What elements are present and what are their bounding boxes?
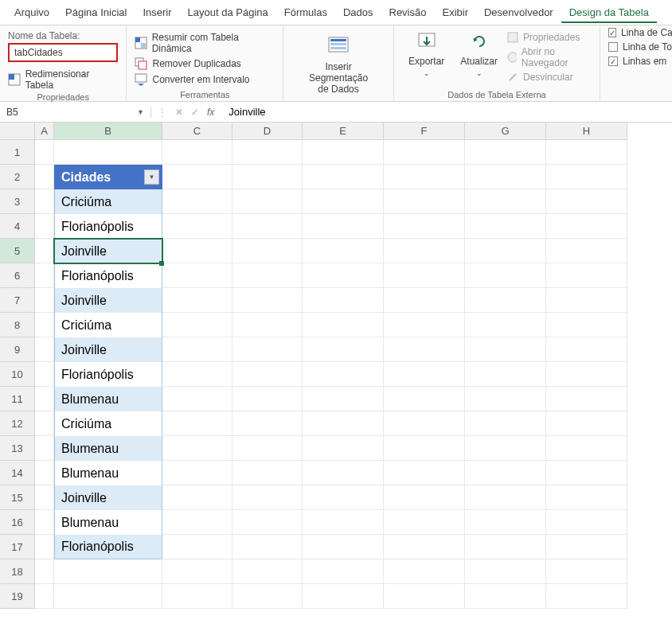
table-data-cell[interactable]: Joinville xyxy=(54,288,162,313)
column-header[interactable]: A xyxy=(35,123,54,140)
export-button[interactable]: Exportar⌄ xyxy=(402,30,451,84)
table-data-cell[interactable]: Blumenau xyxy=(54,387,162,411)
resize-table-button[interactable]: Redimensionar Tabela xyxy=(8,68,118,91)
row-header[interactable]: 9 xyxy=(0,337,35,362)
row-header[interactable]: 18 xyxy=(0,559,35,584)
row-header[interactable]: 3 xyxy=(0,189,35,214)
column-header[interactable]: C xyxy=(162,123,232,140)
option-total-label: Linha de To xyxy=(623,41,672,53)
dedupe-label: Remover Duplicadas xyxy=(152,58,240,69)
checkbox-icon xyxy=(608,42,618,52)
row-headers: 12345678910111213141516171819 xyxy=(0,140,35,609)
option-banded-rows[interactable]: ✓Linhas em xyxy=(608,54,672,68)
row-header[interactable]: 19 xyxy=(0,584,35,609)
ribbon-group-tools: Resumir com Tabela Dinâmica Remover Dupl… xyxy=(127,25,283,101)
name-box[interactable]: B5 ▼ xyxy=(0,107,151,118)
table-data-cell[interactable]: Blumenau xyxy=(54,461,162,485)
row-header[interactable]: 10 xyxy=(0,362,35,387)
accept-icon[interactable]: ✓ xyxy=(191,107,199,118)
table-data-cell[interactable]: Florianópolis xyxy=(54,263,162,288)
export-label: Exportar xyxy=(408,56,444,67)
fx-icon[interactable]: fx xyxy=(207,107,214,118)
remove-duplicates-button[interactable]: Remover Duplicadas xyxy=(135,56,275,72)
menu-item[interactable]: Design da Tabela xyxy=(561,3,657,23)
column-header[interactable]: H xyxy=(546,123,627,140)
row-header[interactable]: 8 xyxy=(0,313,35,337)
ribbon-group-options: ✓Linha de Ca Linha de To ✓Linhas em xyxy=(600,25,672,101)
row-header[interactable]: 2 xyxy=(0,165,35,189)
cancel-icon[interactable]: ✕ xyxy=(175,107,183,118)
column-header[interactable]: B xyxy=(54,123,162,140)
ext-properties-button: Propriedades xyxy=(507,30,592,45)
option-total-row[interactable]: Linha de To xyxy=(608,40,672,54)
column-header[interactable]: D xyxy=(232,123,303,140)
ribbon-group-external: Exportar⌄ Atualizar⌄ Propriedades Abrir … xyxy=(394,25,600,101)
row-header[interactable]: 7 xyxy=(0,288,35,313)
filter-dropdown-button[interactable]: ▼ xyxy=(144,169,159,185)
menu-item[interactable]: Arquivo xyxy=(6,3,57,23)
ext-unlink-button: Desvincular xyxy=(507,70,592,84)
column-header[interactable]: G xyxy=(465,123,546,140)
row-header[interactable]: 6 xyxy=(0,263,35,288)
table-data-cell[interactable]: Criciúma xyxy=(54,313,162,337)
row-header[interactable]: 4 xyxy=(0,214,35,239)
select-all-corner[interactable] xyxy=(0,123,35,140)
table-header-cell[interactable]: Cidades▼ xyxy=(54,165,162,189)
row-header[interactable]: 17 xyxy=(0,535,35,559)
table-data-cell[interactable]: Joinville xyxy=(54,337,162,362)
table-data-cell[interactable]: Blumenau xyxy=(54,436,162,461)
row-header[interactable]: 5 xyxy=(0,239,35,263)
table-data-cell[interactable]: Criciúma xyxy=(54,411,162,436)
ext-unlink-label: Desvincular xyxy=(523,72,573,83)
pivot-table-button[interactable]: Resumir com Tabela Dinâmica xyxy=(135,30,275,56)
table-data-cell[interactable]: Blumenau xyxy=(54,510,162,535)
unlink-icon xyxy=(507,72,518,83)
column-header[interactable]: E xyxy=(303,123,384,140)
table-name-label: Nome da Tabela: xyxy=(8,30,118,41)
spreadsheet-grid: ABCDEFGH 12345678910111213141516171819 C… xyxy=(0,123,672,609)
table-data-cell[interactable]: Florianópolis xyxy=(54,535,162,559)
svg-rect-4 xyxy=(141,43,146,48)
menu-item[interactable]: Inserir xyxy=(135,3,179,23)
menu-item[interactable]: Dados xyxy=(335,3,381,23)
row-header[interactable]: 15 xyxy=(0,485,35,510)
browser-icon xyxy=(507,52,517,63)
pivot-icon xyxy=(135,37,147,49)
menu-item[interactable]: Desenvolvedor xyxy=(476,3,561,23)
menu-item[interactable]: Layout da Página xyxy=(180,3,276,23)
properties-icon xyxy=(507,32,518,43)
row-header[interactable]: 16 xyxy=(0,510,35,535)
column-header[interactable]: F xyxy=(384,123,465,140)
slicer-icon xyxy=(327,36,350,58)
row-header[interactable]: 12 xyxy=(0,411,35,436)
resize-icon xyxy=(8,73,21,86)
cells-area[interactable]: Cidades▼CriciúmaFlorianópolisJoinvilleFl… xyxy=(35,140,627,609)
svg-rect-9 xyxy=(330,39,346,41)
insert-slicer-button[interactable]: Inserir Segmentaçãode Dados xyxy=(291,36,385,95)
chevron-down-icon[interactable]: ▼ xyxy=(137,108,144,116)
menu-item[interactable]: Revisão xyxy=(381,3,435,23)
svg-rect-7 xyxy=(135,74,147,82)
menu-item[interactable]: Fórmulas xyxy=(276,3,335,23)
table-header-label: Cidades xyxy=(61,170,111,185)
ext-properties-label: Propriedades xyxy=(523,32,580,43)
convert-range-button[interactable]: Converter em Intervalo xyxy=(135,72,275,88)
row-header[interactable]: 11 xyxy=(0,387,35,411)
formula-input[interactable] xyxy=(221,106,672,118)
table-data-cell[interactable]: Joinville xyxy=(54,239,162,263)
refresh-label: Atualizar xyxy=(460,56,498,67)
row-header[interactable]: 1 xyxy=(0,140,35,165)
table-name-input[interactable]: tabCidades xyxy=(8,43,118,62)
menu-item[interactable]: Página Inicial xyxy=(57,3,135,23)
table-data-cell[interactable]: Joinville xyxy=(54,485,162,510)
table-data-cell[interactable]: Florianópolis xyxy=(54,214,162,239)
row-header[interactable]: 13 xyxy=(0,436,35,461)
menu-item[interactable]: Exibir xyxy=(434,3,476,23)
row-header[interactable]: 14 xyxy=(0,461,35,485)
refresh-button[interactable]: Atualizar⌄ xyxy=(454,30,504,84)
export-icon xyxy=(416,30,438,53)
ribbon-group-properties: Nome da Tabela: tabCidades Redimensionar… xyxy=(0,25,127,101)
table-data-cell[interactable]: Criciúma xyxy=(54,189,162,214)
option-header-row[interactable]: ✓Linha de Ca xyxy=(608,25,672,40)
table-data-cell[interactable]: Florianópolis xyxy=(54,362,162,387)
